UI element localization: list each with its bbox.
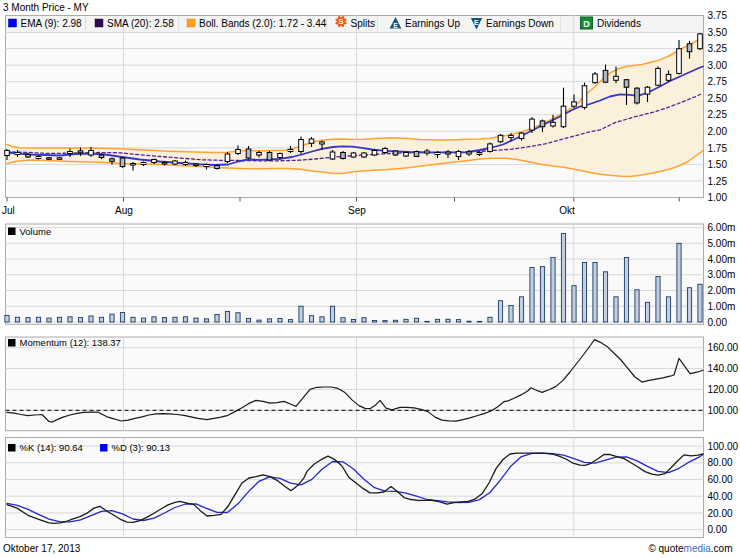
svg-text:0.00: 0.00 — [708, 524, 728, 535]
svg-text:Okt: Okt — [559, 205, 575, 216]
svg-text:100.00: 100.00 — [708, 441, 739, 452]
svg-text:1.50: 1.50 — [708, 159, 728, 170]
svg-text:6.00m: 6.00m — [708, 222, 736, 233]
svg-text:1.75: 1.75 — [708, 143, 728, 154]
svg-text:120.00: 120.00 — [708, 384, 739, 395]
svg-text:140.00: 140.00 — [708, 363, 739, 374]
svg-text:%D (3): 90.13: %D (3): 90.13 — [112, 442, 171, 453]
svg-text:Aug: Aug — [115, 205, 133, 216]
svg-text:SMA (20): 2.58: SMA (20): 2.58 — [107, 18, 174, 29]
svg-text:Sep: Sep — [348, 205, 366, 216]
svg-text:%K (14): 90.64: %K (14): 90.64 — [20, 442, 83, 453]
svg-text:4.00m: 4.00m — [708, 254, 736, 265]
svg-text:5.00m: 5.00m — [708, 238, 736, 249]
svg-text:E: E — [474, 19, 479, 26]
svg-text:2.25: 2.25 — [708, 109, 728, 120]
svg-text:1.00: 1.00 — [708, 192, 728, 203]
svg-text:3.00m: 3.00m — [708, 269, 736, 280]
svg-text:1.00m: 1.00m — [708, 301, 736, 312]
svg-text:3 Month Price - MY: 3 Month Price - MY — [3, 2, 89, 13]
svg-text:20.00: 20.00 — [708, 508, 733, 519]
svg-text:2.00m: 2.00m — [708, 285, 736, 296]
svg-text:Volume: Volume — [20, 226, 52, 237]
svg-text:160.00: 160.00 — [708, 342, 739, 353]
svg-text:EMA (9): 2.98: EMA (9): 2.98 — [21, 18, 83, 29]
svg-text:40.00: 40.00 — [708, 491, 733, 502]
svg-text:3.25: 3.25 — [708, 43, 728, 54]
svg-text:2.75: 2.75 — [708, 76, 728, 87]
svg-text:Earnings Down: Earnings Down — [486, 18, 554, 29]
svg-text:100.00: 100.00 — [708, 405, 739, 416]
svg-text:0.00: 0.00 — [708, 317, 728, 328]
svg-text:D: D — [583, 19, 590, 29]
svg-text:3.75: 3.75 — [708, 10, 728, 21]
svg-text:© quotemedia.com: © quotemedia.com — [648, 543, 732, 554]
svg-text:2.50: 2.50 — [708, 93, 728, 104]
svg-text:3.50: 3.50 — [708, 27, 728, 38]
svg-text:Jul: Jul — [2, 205, 15, 216]
svg-text:Boll. Bands (2.0): 1.72 - 3.44: Boll. Bands (2.0): 1.72 - 3.44 — [199, 18, 327, 29]
svg-text:Momentum (12): 138.37: Momentum (12): 138.37 — [20, 337, 121, 348]
svg-text:S: S — [338, 17, 343, 26]
svg-text:Dividends: Dividends — [597, 18, 641, 29]
svg-text:3.00: 3.00 — [708, 60, 728, 71]
svg-text:80.00: 80.00 — [708, 457, 733, 468]
svg-text:1.25: 1.25 — [708, 176, 728, 187]
svg-text:60.00: 60.00 — [708, 474, 733, 485]
svg-text:E: E — [393, 22, 398, 29]
svg-text:Oktober 17, 2013: Oktober 17, 2013 — [3, 543, 81, 554]
svg-text:2.00: 2.00 — [708, 126, 728, 137]
svg-text:Earnings Up: Earnings Up — [405, 18, 460, 29]
svg-text:Splits: Splits — [351, 18, 375, 29]
